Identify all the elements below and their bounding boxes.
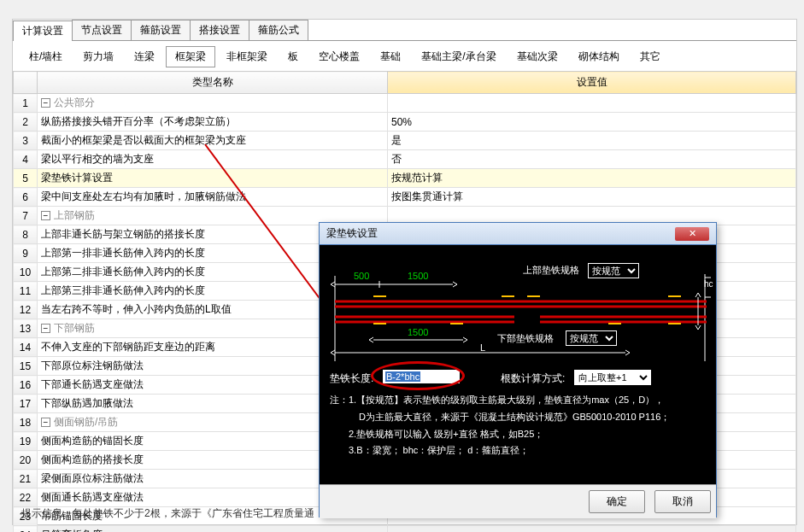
lower-spec-label: 下部垫铁规格 (497, 332, 554, 345)
diagram: 500 1500 1500 L hc 上部垫铁规格 按规范 下部垫铁规格 按规范 (326, 250, 709, 361)
row-value[interactable]: 50% (388, 113, 796, 132)
col-value: 设置值 (388, 72, 796, 94)
cancel-button[interactable]: 取消 (654, 490, 711, 513)
pad-iron-dialog: 梁垫铁设置 ✕ (319, 222, 717, 517)
row-num: 13 (14, 319, 38, 338)
row-num: 15 (14, 357, 38, 376)
subtab-10[interactable]: 砌体结构 (569, 46, 629, 67)
subtab-11[interactable]: 其它 (631, 46, 670, 67)
subtab-4[interactable]: 非框架梁 (217, 46, 277, 67)
collapse-icon[interactable]: − (41, 324, 50, 333)
row-num: 5 (14, 169, 38, 188)
row-5[interactable]: 5梁垫铁计算设置按规范计算 (14, 169, 796, 188)
subtab-3[interactable]: 框架梁 (166, 46, 215, 67)
row-value[interactable] (388, 94, 796, 113)
row-1[interactable]: 1−公共部分 (14, 94, 796, 113)
dialog-title: 梁垫铁设置 (326, 226, 378, 241)
row-label: 吊筋弯折角度 (38, 526, 388, 533)
row-num: 20 (14, 451, 38, 470)
tab-4[interactable]: 箍筋公式 (249, 20, 308, 40)
row-3[interactable]: 3截面小的框架梁是否以截面大的框架梁为支座是 (14, 132, 796, 150)
count-method-select[interactable]: 向上取整+1 (574, 370, 651, 385)
lower-spec-select[interactable]: 按规范 (566, 330, 617, 346)
subtab-5[interactable]: 板 (279, 46, 308, 67)
tab-2[interactable]: 箍筋设置 (131, 20, 191, 40)
row-num: 24 (14, 526, 38, 533)
tab-1[interactable]: 节点设置 (72, 20, 132, 40)
hint-text: 提示信息：每处垫铁不少于2根，来源于《广东省住宅工程质量通 (21, 506, 314, 521)
dialog-body: 500 1500 1500 L hc 上部垫铁规格 按规范 下部垫铁规格 按规范… (320, 245, 716, 484)
row-label: 梁以平行相交的墙为支座 (38, 150, 388, 169)
subtab-1[interactable]: 剪力墙 (73, 46, 123, 67)
row-num: 21 (14, 470, 38, 488)
upper-spec-select[interactable]: 按规范 (588, 263, 639, 278)
upper-spec-label: 上部垫铁规格 (523, 264, 579, 277)
subtab-9[interactable]: 基础次梁 (508, 46, 567, 67)
row-value[interactable]: 按规范计算 (388, 169, 796, 188)
row-num: 22 (14, 488, 38, 507)
collapse-icon[interactable]: − (41, 418, 50, 427)
row-num: 1 (14, 94, 38, 113)
row-value[interactable]: 否 (388, 150, 796, 169)
row-value[interactable]: 是 (388, 132, 796, 150)
top-tabs: 计算设置节点设置箍筋设置搭接设置箍筋公式 (13, 20, 796, 41)
row-num: 16 (14, 376, 38, 395)
row-num: 14 (14, 338, 38, 357)
notes: 注：1.【按规范】表示垫铁的级别取主筋最大级别，垫铁直径为max（25，D）， … (326, 392, 709, 459)
subtab-8[interactable]: 基础主梁/承台梁 (412, 46, 505, 67)
row-6[interactable]: 6梁中间支座处左右均有加腋时，加腋钢筋做法按图集贯通计算 (14, 188, 796, 207)
row-num: 6 (14, 188, 38, 207)
row-num: 3 (14, 132, 38, 150)
dim-3: 1500 (408, 327, 428, 337)
row-num: 8 (14, 225, 38, 244)
dialog-titlebar: 梁垫铁设置 ✕ (320, 223, 716, 245)
subtab-6[interactable]: 空心楼盖 (309, 46, 369, 67)
ok-button[interactable]: 确定 (589, 490, 645, 513)
row-2[interactable]: 2纵筋搭接接头错开百分率（不考虑架立筋）50% (14, 113, 796, 132)
tab-3[interactable]: 搭接设置 (190, 20, 249, 40)
row-label: 纵筋搭接接头错开百分率（不考虑架立筋） (38, 113, 388, 132)
subtab-2[interactable]: 连梁 (125, 46, 164, 67)
subtab-0[interactable]: 柱/墙柱 (20, 46, 72, 67)
row-num: 18 (14, 413, 38, 432)
row-num: 7 (14, 207, 38, 225)
col-name: 类型名称 (38, 72, 388, 94)
dialog-buttons: 确定 取消 (320, 484, 716, 518)
row-label: 梁中间支座处左右均有加腋时，加腋钢筋做法 (38, 188, 388, 207)
row-num: 2 (14, 113, 38, 132)
subtab-7[interactable]: 基础 (371, 46, 410, 67)
count-label: 根数计算方式: (501, 371, 565, 386)
row-label: 截面小的框架梁是否以截面大的框架梁为支座 (38, 132, 388, 150)
row-num: 4 (14, 150, 38, 169)
row-label: 梁垫铁计算设置 (38, 169, 388, 188)
row-num: 19 (14, 432, 38, 451)
row-num: 11 (14, 282, 38, 301)
close-icon[interactable]: ✕ (675, 227, 709, 241)
row-value[interactable]: 按图集贯通计算 (388, 188, 796, 207)
row-4[interactable]: 4梁以平行相交的墙为支座否 (14, 150, 796, 169)
length-label: 垫铁长度: (330, 371, 373, 386)
row-num: 10 (14, 263, 38, 282)
row-num: 9 (14, 244, 38, 263)
collapse-icon[interactable]: − (41, 98, 50, 108)
collapse-icon[interactable]: − (41, 211, 50, 220)
row-24[interactable]: 24吊筋弯折角度 (14, 526, 796, 533)
row-label: −公共部分 (38, 94, 388, 113)
sub-tabs: 柱/墙柱剪力墙连梁框架梁非框架梁板空心楼盖基础基础主梁/承台梁基础次梁砌体结构其… (13, 41, 796, 71)
tab-0[interactable]: 计算设置 (13, 20, 73, 41)
row-value[interactable] (388, 526, 796, 533)
row-num: 12 (14, 301, 38, 319)
length-value-highlight: B-2*bhc (385, 371, 420, 382)
dim-2: 1500 (408, 271, 428, 281)
dim-1: 500 (354, 271, 369, 281)
row-num: 17 (14, 395, 38, 413)
